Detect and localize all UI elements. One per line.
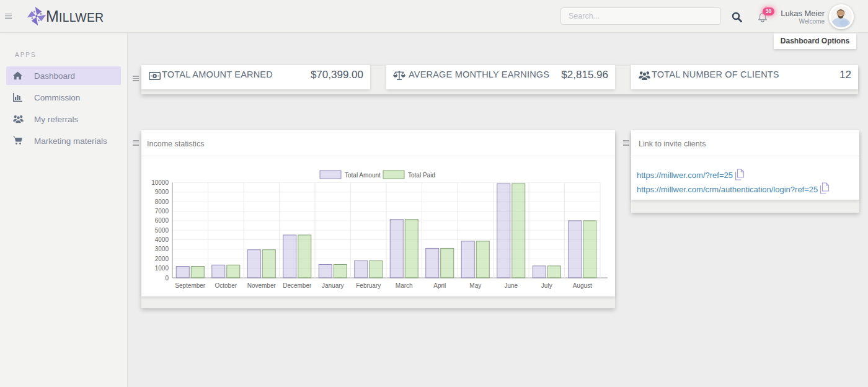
svg-text:February: February (356, 282, 381, 289)
svg-text:7000: 7000 (155, 208, 169, 215)
svg-text:April: April (433, 282, 446, 289)
svg-text:4000: 4000 (155, 236, 169, 243)
svg-text:December: December (283, 282, 312, 289)
svg-text:September: September (175, 282, 206, 289)
svg-text:1000: 1000 (155, 265, 169, 272)
svg-text:Total Paid: Total Paid (408, 172, 435, 179)
svg-text:3000: 3000 (155, 246, 169, 252)
svg-text:8000: 8000 (155, 198, 169, 205)
svg-text:2000: 2000 (155, 256, 169, 262)
svg-text:June: June (504, 282, 518, 289)
svg-text:July: July (541, 282, 552, 289)
svg-text:October: October (215, 282, 237, 289)
svg-text:March: March (396, 282, 413, 289)
svg-text:August: August (573, 282, 592, 289)
svg-text:January: January (322, 282, 344, 289)
svg-text:9000: 9000 (155, 189, 169, 195)
svg-text:5000: 5000 (155, 227, 169, 234)
svg-text:Total Amount: Total Amount (345, 172, 381, 179)
svg-text:6000: 6000 (155, 217, 169, 224)
svg-text:0: 0 (165, 275, 169, 282)
svg-text:May: May (469, 282, 481, 289)
svg-text:10000: 10000 (151, 179, 169, 186)
svg-text:November: November (247, 282, 277, 289)
